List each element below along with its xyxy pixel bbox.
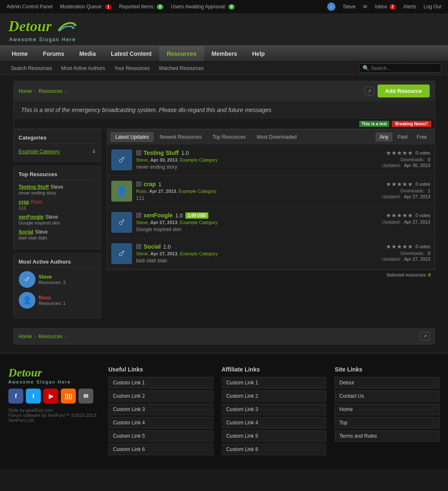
breadcrumb-current[interactable]: Resources [39, 88, 63, 94]
tab-most-downloaded[interactable]: Most Downloaded [252, 132, 302, 142]
updated-value: Apr 27, 2013 [404, 219, 430, 224]
breadcrumb-bottom-sep2: › [65, 334, 67, 339]
footer-link[interactable]: Custom Link 3 [222, 404, 327, 415]
footer-link[interactable]: Custom Link 1 [108, 377, 213, 389]
add-resource-button[interactable]: Add Resource [378, 85, 429, 97]
nav-item-forums[interactable]: Forums [35, 46, 72, 61]
selected-info: Selected resources: 0 [107, 269, 435, 280]
sidebar-resource-author: Russ [31, 199, 42, 205]
sidebar-resource-title[interactable]: xenFoogle [19, 214, 44, 220]
nav-item-resources[interactable]: Resources [159, 46, 204, 61]
resource-main: Social 1.0 Steve, Apr 27, 2013, Example … [136, 243, 351, 264]
resource-title[interactable]: xenFoogle [144, 212, 173, 219]
nav-item-help[interactable]: Help [245, 46, 272, 61]
footer-link[interactable]: Contact Us [335, 390, 440, 402]
tab-top-resources[interactable]: Top Resources [208, 132, 251, 142]
sub-nav: Search ResourcesMost Active AuthorsYour … [0, 62, 448, 75]
footer-link[interactable]: Terms and Rules [335, 430, 440, 442]
footer-link[interactable]: Top [335, 417, 440, 429]
resource-author-link[interactable]: Steve [136, 157, 148, 162]
search-input[interactable] [371, 65, 438, 71]
sidebar-resource-author: Steve [35, 229, 48, 235]
category-link[interactable]: Example Category [19, 149, 60, 155]
resource-author-link[interactable]: Steve [136, 220, 148, 225]
youtube-icon[interactable]: ▶ [43, 389, 58, 404]
subnav-link-your-resources[interactable]: Your Resources [110, 64, 154, 73]
external-link-button-bottom[interactable]: ↗ [420, 332, 430, 341]
resource-category-link[interactable]: Example Category [180, 251, 218, 256]
rss-icon[interactable]: )))) [61, 389, 76, 404]
admin-control-panel-link[interactable]: Admin Control Panel [7, 4, 53, 10]
footer-link[interactable]: Home [335, 404, 440, 415]
subnav-link-watched-resources[interactable]: Watched Resources [155, 64, 208, 73]
nav-item-home[interactable]: Home [4, 46, 35, 61]
breadcrumb-home[interactable]: Home [19, 88, 32, 94]
footer-link[interactable]: Custom Link 1 [222, 377, 327, 389]
footer-link[interactable]: Custom Link 2 [222, 390, 327, 402]
resource-row: 👤 crap 1 Russ, Apr 27, 2013, Example Cat… [107, 176, 435, 207]
resource-votes: 0 votes [415, 244, 430, 249]
site-header: Detour Awesome Slogan Here [0, 13, 448, 46]
breadcrumb-bottom-home[interactable]: Home [19, 334, 32, 339]
resource-votes: 0 votes [415, 213, 430, 218]
resource-version: 1.0 [181, 150, 189, 156]
inbox-link[interactable]: Inbox 2 [375, 4, 395, 10]
resource-row: ♂ Testing Stuff 1.0 Steve, Apr 30, 2013,… [107, 145, 435, 176]
nav-item-latest-content[interactable]: Latest Content [103, 46, 159, 61]
footer-link[interactable]: Custom Link 2 [108, 390, 213, 402]
twitter-icon[interactable]: t [26, 389, 41, 404]
sidebar-resource-title[interactable]: crap [19, 199, 29, 205]
resource-author-link[interactable]: Russ [136, 189, 147, 194]
facebook-icon[interactable]: f [8, 389, 23, 404]
footer-col-title: Affiliate Links [222, 366, 327, 373]
reported-badge: 0 [157, 4, 163, 10]
user-name-link[interactable]: Steve [343, 4, 356, 10]
updated-label: Updated: [382, 194, 401, 199]
subnav-link-search-resources[interactable]: Search Resources [7, 64, 56, 73]
mail-icon[interactable]: ✉ [78, 389, 93, 404]
filter-paid[interactable]: Paid [393, 132, 412, 142]
breadcrumb-bottom-current[interactable]: Resources [39, 334, 63, 339]
resource-title[interactable]: Testing Stuff [144, 150, 179, 156]
resource-category-link[interactable]: Example Category [180, 220, 218, 225]
author-item: 👤RussResources: 1 [19, 292, 95, 309]
nav-item-members[interactable]: Members [204, 46, 245, 61]
footer-link[interactable]: Detour [335, 377, 440, 389]
resource-price: 1.00 USD [185, 212, 208, 219]
footer-link[interactable]: Custom Link 4 [222, 417, 327, 429]
nav-item-media[interactable]: Media [72, 46, 103, 61]
sidebar-resource-title[interactable]: Testing Stuff [19, 184, 49, 190]
footer-link[interactable]: Custom Link 3 [108, 404, 213, 415]
resource-checkbox[interactable] [136, 150, 141, 155]
author-name: Russ [39, 295, 66, 301]
alerts-link[interactable]: Alerts [403, 4, 416, 10]
tab-newest-resources[interactable]: Newest Resources [155, 132, 207, 142]
resource-title[interactable]: Social [144, 243, 161, 250]
resource-checkbox[interactable] [136, 244, 141, 249]
footer-link[interactable]: Custom Link 6 [108, 444, 213, 455]
resource-checkbox[interactable] [136, 182, 141, 187]
subnav-link-most-active-authors[interactable]: Most Active Authors [57, 64, 109, 73]
resource-category-link[interactable]: Example Category [180, 157, 218, 162]
sidebar-resource-item: Testing StuffStevenever ending story [19, 184, 95, 195]
breadcrumb-bar-bottom: Home › Resources › ↗ [13, 328, 435, 344]
footer-col: Affiliate LinksCustom Link 1Custom Link … [222, 366, 327, 457]
external-link-button[interactable]: ↗ [365, 87, 374, 95]
resource-version: 1.0 [163, 244, 171, 250]
tab-latest-updates[interactable]: Latest Updates [110, 132, 154, 142]
footer-link[interactable]: Custom Link 5 [108, 430, 213, 442]
resource-checkbox[interactable] [136, 213, 141, 218]
resource-date: Apr 30, 2013 [150, 157, 178, 162]
resource-votes: 0 votes [415, 150, 430, 155]
footer-link[interactable]: Custom Link 6 [222, 444, 327, 455]
footer-link[interactable]: Custom Link 4 [108, 417, 213, 429]
sidebar-resource-title[interactable]: Social [19, 229, 33, 235]
search-box[interactable]: 🔍 [359, 63, 441, 73]
filter-any[interactable]: Any [375, 132, 393, 142]
logout-link[interactable]: Log Out [423, 4, 441, 10]
resource-category-link[interactable]: Example Category [179, 189, 217, 194]
footer-link[interactable]: Custom Link 5 [222, 430, 327, 442]
resource-author-link[interactable]: Steve [136, 251, 148, 256]
resource-title[interactable]: crap [144, 181, 156, 187]
filter-free[interactable]: Free [413, 132, 431, 142]
